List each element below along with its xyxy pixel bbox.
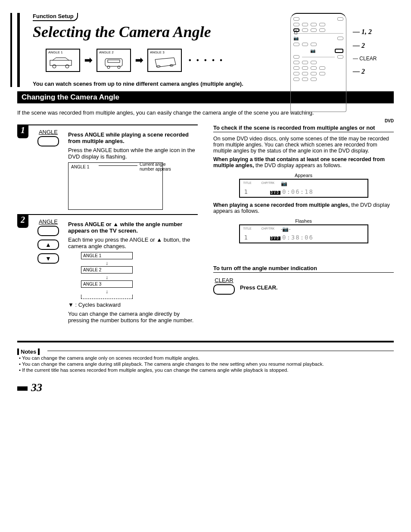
- step2-tail: You can change the camera angle directly…: [68, 311, 198, 324]
- car-rear-icon: [99, 56, 128, 69]
- check-p3: When playing a scene recorded from multi…: [213, 202, 394, 214]
- step-1: 1 ANGLE Press ANGLE while playing a scen…: [17, 124, 198, 210]
- turnoff-heading: To turn off the angle number indication: [213, 265, 394, 273]
- step-number-1: 1: [17, 125, 28, 138]
- note-3: • If the current title has scenes record…: [19, 367, 394, 373]
- note-2: • You can change the camera angle during…: [19, 361, 394, 367]
- angle-cycle-diagram: ANGLE 1 ↓ ANGLE 2 ↓ ANGLE 3 ↓: [68, 252, 146, 299]
- camera-flash-icon: -📷-: [281, 226, 291, 232]
- clear-button-icon: [213, 284, 235, 295]
- arrow-icon: ➡: [135, 55, 143, 66]
- note-1: • You can change the camera angle only o…: [19, 355, 394, 361]
- arrow-icon: ➡: [84, 55, 92, 66]
- svg-point-2: [65, 65, 69, 68]
- step2-body: Each time you press the ANGLE or ▲ butto…: [68, 236, 198, 249]
- step1-body: Press the ANGLE button while the angle i…: [68, 147, 198, 160]
- dvd-tag: DVD: [385, 118, 394, 123]
- step-number-2: 2: [17, 215, 28, 228]
- dvd-display-flashes: TITLE CHP/TRK -📷- 1 DVD0:38:06: [239, 224, 368, 243]
- press-clear-text: Press CLEAR.: [240, 284, 277, 291]
- down-button-icon: ▼: [37, 253, 59, 264]
- display-appears-wrap: Appears TITLE CHP/TRK 📷 1 DVD0:06:18: [239, 173, 368, 198]
- dots-icon: • • • • •: [189, 56, 224, 64]
- flashes-label: Flashes: [239, 218, 368, 224]
- step-2: 2 ANGLE ▲ ▼ Press ANGLE or ▲ while the a…: [17, 214, 198, 326]
- notes-label: Notes: [17, 348, 40, 355]
- car-side-icon: [48, 56, 78, 69]
- clear-key-label: CLEAR: [213, 277, 235, 283]
- check-p2: When playing a title that contains at le…: [213, 156, 394, 168]
- divider: [17, 341, 394, 342]
- angle-button-icon: [37, 226, 59, 236]
- page-number: 33: [17, 381, 394, 394]
- header-block: Function Setup Selecting the Camera Angl…: [17, 13, 394, 87]
- svg-rect-0: [50, 60, 72, 65]
- callout-current-angle: Current angle number appears: [140, 162, 174, 171]
- angle-box-1: ANGLE 1: [46, 49, 80, 72]
- angle-sequence-row: ANGLE 1 ➡ ANGLE 2 ➡ ANGLE 3 • • • • •: [33, 49, 394, 72]
- camera-icon: 📷: [281, 180, 287, 187]
- display-flashes-wrap: Flashes TITLE CHP/TRK -📷- 1 DVD0:38:06: [239, 218, 368, 243]
- angle-key-label: ANGLE: [34, 129, 62, 135]
- svg-rect-6: [108, 60, 120, 62]
- breadcrumb: Function Setup: [33, 13, 78, 21]
- svg-point-1: [53, 65, 56, 68]
- multi-angle-text: You can watch scenes from up to nine dif…: [33, 81, 394, 87]
- step2-heading: Press ANGLE or ▲ while the angle number …: [68, 221, 198, 234]
- tv-display-box: ANGLE 1 Current angle number appears: [68, 162, 163, 210]
- left-column: 1 ANGLE Press ANGLE while playing a scen…: [17, 124, 198, 330]
- clear-instruction-row: CLEAR Press CLEAR.: [213, 277, 394, 298]
- angle-key-label-2: ANGLE: [34, 218, 62, 225]
- page-title: Selecting the Camera Angle: [33, 23, 394, 41]
- appears-label: Appears: [239, 173, 368, 178]
- cycles-backward: ▼ : Cycles backward: [68, 302, 198, 308]
- angle-button-icon: [37, 136, 59, 146]
- dvd-display-appears: TITLE CHP/TRK 📷 1 DVD0:06:18: [239, 179, 368, 198]
- up-button-icon: ▲: [37, 240, 59, 250]
- angle-box-3: ANGLE 3: [147, 49, 182, 72]
- car-top-icon: [150, 56, 179, 69]
- angle-box-2: ANGLE 2: [97, 49, 131, 72]
- right-column: To check if the scene is recorded from m…: [213, 124, 394, 330]
- check-p1: On some DVD video discs, only some scene…: [213, 136, 394, 154]
- step1-heading: Press ANGLE while playing a scene record…: [68, 131, 198, 144]
- check-heading: To check if the scene is recorded from m…: [213, 124, 394, 132]
- notes-section: Notes • You can change the camera angle …: [17, 348, 394, 373]
